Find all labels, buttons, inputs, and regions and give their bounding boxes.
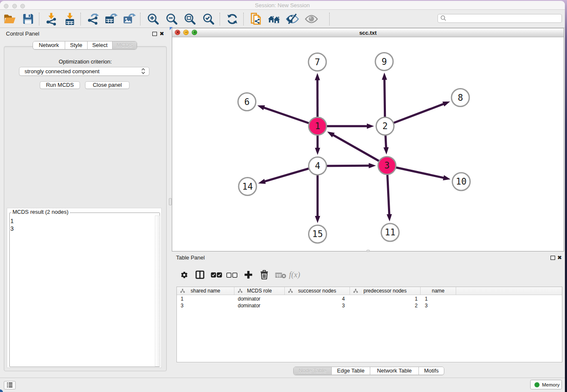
zoom-in-button[interactable] xyxy=(146,11,161,27)
main-toolbar xyxy=(0,10,565,28)
columns-icon xyxy=(195,271,204,279)
unchecked-boxes-icon xyxy=(226,273,237,278)
combo-chevrons-icon xyxy=(141,68,145,74)
save-icon xyxy=(22,12,35,25)
tab-style[interactable]: Style xyxy=(65,41,87,49)
mcds-result-item: 3 xyxy=(11,225,14,232)
table-cell[interactable]: 1 xyxy=(421,295,456,302)
export-network-button[interactable] xyxy=(85,11,100,27)
show-details-eye-icon xyxy=(304,12,319,26)
table-cell[interactable]: dominator xyxy=(234,295,285,302)
manage-networks-button[interactable] xyxy=(248,11,264,27)
edge-arrowhead xyxy=(387,214,392,221)
refresh-view-button[interactable] xyxy=(225,11,240,27)
hide-details-eye-icon xyxy=(285,12,300,26)
node-table-header: shared nameMCDS rolesuccessor nodesprede… xyxy=(177,287,562,295)
table-cell[interactable]: 4 xyxy=(285,295,350,302)
column-settings-button[interactable] xyxy=(180,271,188,279)
graph-node-label: 9 xyxy=(382,56,387,66)
tab-motifs[interactable]: Motifs xyxy=(418,367,444,375)
close-panel-button[interactable]: Close panel xyxy=(85,81,129,89)
control-panel-float-button[interactable] xyxy=(152,32,157,36)
mcds-result-scrollbar[interactable] xyxy=(155,215,160,367)
zoom-out-button[interactable] xyxy=(164,11,179,27)
split-view-button[interactable] xyxy=(195,271,204,279)
table-cell[interactable]: 3 xyxy=(285,302,350,309)
column-header-name[interactable]: name xyxy=(421,287,456,295)
zoom-selected-icon xyxy=(202,12,215,26)
show-graphics-details-button[interactable] xyxy=(304,11,319,27)
graph-node-label: 4 xyxy=(315,161,320,171)
table-cell[interactable]: 3 xyxy=(421,302,456,309)
delete-table-button[interactable] xyxy=(275,272,286,279)
status-bar-separator xyxy=(0,378,565,378)
mcds-result-list[interactable]: 13 xyxy=(11,217,14,232)
gear-icon xyxy=(180,271,188,279)
trash-icon xyxy=(260,270,268,279)
tab-select[interactable]: Select xyxy=(87,41,112,49)
first-neighbors-button[interactable] xyxy=(267,11,282,27)
export-image-button[interactable] xyxy=(121,11,137,27)
search-input[interactable] xyxy=(438,14,562,23)
edge-arrowhead xyxy=(258,179,266,184)
table-cell[interactable]: 3 xyxy=(177,302,234,309)
table-cell[interactable]: dominator xyxy=(234,302,285,309)
tab-edge-table[interactable]: Edge Table xyxy=(331,367,370,375)
memory-label: Memory xyxy=(542,382,560,387)
optimization-criterion-select[interactable]: strongly connected component xyxy=(19,67,149,76)
network-graph[interactable]: 7968124314101511 xyxy=(173,37,564,251)
function-builder-button[interactable]: f(x) xyxy=(289,270,300,279)
column-header-label: shared name xyxy=(190,288,220,294)
horizontal-splitter-handle[interactable] xyxy=(366,250,370,252)
graph-node-label: 6 xyxy=(244,97,250,107)
tab-network-table[interactable]: Network Table xyxy=(370,367,418,375)
table-cell[interactable]: 1 xyxy=(177,295,234,302)
tab-network[interactable]: Network xyxy=(33,41,65,49)
vertical-splitter-handle[interactable] xyxy=(169,198,172,205)
export-image-icon xyxy=(122,12,136,26)
node-table[interactable]: shared nameMCDS rolesuccessor nodesprede… xyxy=(176,287,562,362)
tab-node-table[interactable]: Node Table xyxy=(294,367,331,375)
save-session-button[interactable] xyxy=(20,11,36,27)
column-header-MCDS-role[interactable]: MCDS role xyxy=(234,287,285,295)
edge-arrowhead xyxy=(257,105,265,110)
tab-mcds[interactable]: MCDS xyxy=(112,41,137,49)
import-table-button[interactable] xyxy=(62,11,77,27)
mcds-result-box: MCDS result (2 nodes) 13 xyxy=(7,208,162,368)
import-table-icon xyxy=(63,12,77,26)
delete-row-button[interactable] xyxy=(260,270,268,279)
fit-content-button[interactable] xyxy=(182,11,198,27)
hide-graphics-details-button[interactable] xyxy=(285,11,300,27)
column-header-label: predecessor nodes xyxy=(363,288,407,294)
add-row-button[interactable] xyxy=(244,271,253,279)
import-network-button[interactable] xyxy=(44,11,59,27)
zoom-in-icon xyxy=(146,12,160,26)
app-window: Session: New Session xyxy=(0,1,565,392)
toolbar-separator xyxy=(220,13,220,25)
mcds-result-border xyxy=(9,213,160,367)
column-header-successor-nodes[interactable]: successor nodes xyxy=(285,287,350,295)
control-panel-close-button[interactable]: ✖ xyxy=(160,31,164,36)
export-table-button[interactable] xyxy=(103,11,118,27)
column-header-predecessor-nodes[interactable]: predecessor nodes xyxy=(350,287,421,295)
zoom-selected-button[interactable] xyxy=(201,11,216,27)
column-type-icon xyxy=(288,289,293,293)
deselect-all-button[interactable] xyxy=(226,273,237,278)
select-all-button[interactable] xyxy=(211,272,222,278)
import-network-icon xyxy=(44,12,58,26)
export-network-icon xyxy=(86,12,99,26)
table-panel-float-button[interactable] xyxy=(550,256,555,260)
export-table-icon xyxy=(104,12,118,26)
column-header-shared-name[interactable]: shared name xyxy=(177,287,234,295)
edge-arrowhead xyxy=(443,101,450,106)
memory-button[interactable]: Memory xyxy=(530,380,562,389)
status-list-button[interactable] xyxy=(4,381,16,389)
table-cell[interactable]: 2 xyxy=(350,302,421,309)
open-session-button[interactable] xyxy=(2,11,17,27)
control-panel-tabs: NetworkStyleSelectMCDS xyxy=(33,41,137,50)
run-mcds-button[interactable]: Run MCDS xyxy=(40,81,80,89)
search-icon xyxy=(440,15,446,21)
table-panel-close-button[interactable]: ✖ xyxy=(557,255,562,260)
memory-status-dot xyxy=(534,382,539,387)
table-cell[interactable]: 1 xyxy=(350,295,421,302)
